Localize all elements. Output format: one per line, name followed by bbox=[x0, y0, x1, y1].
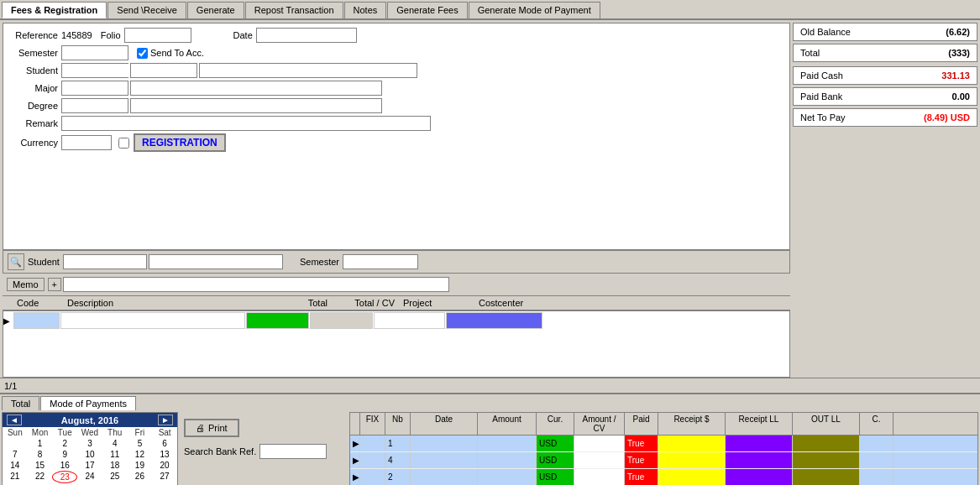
degree-input2[interactable] bbox=[130, 98, 382, 113]
cell-costcenter[interactable] bbox=[446, 312, 542, 329]
memo-button[interactable]: Memo bbox=[7, 278, 45, 291]
calendar-day[interactable]: 22 bbox=[28, 471, 53, 483]
cell-total[interactable] bbox=[246, 312, 309, 329]
calendar-day[interactable]: 9 bbox=[52, 449, 77, 460]
pg-arrow: ▶ bbox=[350, 435, 360, 451]
pg-cell-paid: True bbox=[625, 435, 658, 451]
table-row[interactable]: ▶ 1 USD True bbox=[350, 435, 977, 452]
calendar-day[interactable]: 5 bbox=[128, 438, 153, 449]
grid-col-desc: Description bbox=[67, 298, 269, 308]
calendar-day[interactable]: 21 bbox=[3, 471, 28, 483]
tab-generate-mode[interactable]: Generate Mode of Payment bbox=[469, 2, 600, 18]
major-input1[interactable] bbox=[61, 81, 128, 96]
calendar-day[interactable]: 8 bbox=[28, 449, 53, 460]
cell-code[interactable] bbox=[13, 312, 60, 329]
calendar-day[interactable]: 11 bbox=[102, 449, 128, 460]
net-to-pay-value: (8.49) USD bbox=[924, 112, 970, 123]
major-label: Major bbox=[8, 83, 58, 93]
calendar-day[interactable]: 2 bbox=[52, 438, 77, 449]
total-label: Total bbox=[800, 48, 820, 58]
tab-generate-fees[interactable]: Generate Fees bbox=[387, 2, 467, 18]
memo-plus-button[interactable]: + bbox=[48, 278, 61, 291]
cell-project[interactable] bbox=[374, 312, 445, 329]
calendar-day[interactable]: 19 bbox=[128, 460, 153, 471]
calendar-day[interactable]: 4 bbox=[102, 438, 128, 449]
student-extra-input[interactable] bbox=[199, 63, 417, 78]
calendar-day[interactable]: 3 bbox=[77, 438, 102, 449]
cal-prev-button[interactable]: ◄ bbox=[7, 415, 22, 425]
pg-cell-amount bbox=[478, 452, 537, 468]
search-icon[interactable]: 🔍 bbox=[8, 253, 24, 270]
semester-input[interactable] bbox=[61, 45, 128, 60]
search-semester-input[interactable]: SUMMER2012 bbox=[343, 254, 418, 269]
calendar-day[interactable]: 12 bbox=[128, 449, 153, 460]
date-input[interactable] bbox=[256, 28, 357, 43]
grid-col-costcenter: Costcenter bbox=[479, 298, 579, 308]
calendar-day[interactable]: 6 bbox=[152, 438, 177, 449]
tab-repost[interactable]: Repost Transaction bbox=[245, 2, 343, 18]
calendar-day[interactable]: 13 bbox=[152, 449, 177, 460]
calendar-day[interactable]: 25 bbox=[102, 471, 128, 483]
bottom-tab-bar: Total Mode of Payments bbox=[0, 394, 980, 410]
calendar-header: ◄ August, 2016 ► bbox=[3, 413, 177, 427]
tab-send-receive[interactable]: Send \Receive bbox=[107, 2, 186, 18]
calendar-day[interactable]: 15 bbox=[28, 460, 53, 471]
folio-input[interactable] bbox=[124, 28, 191, 43]
calendar-day[interactable]: 1 bbox=[28, 438, 53, 449]
table-row[interactable]: ▶ 2 USD True bbox=[350, 469, 977, 485]
pg-arrow: ▶ bbox=[350, 452, 360, 468]
calendar-day[interactable]: 24 bbox=[77, 471, 102, 483]
main-content: Reference 145889 Folio Date Semester Sen… bbox=[0, 20, 980, 378]
calendar-day[interactable]: 17 bbox=[77, 460, 102, 471]
major-input2[interactable] bbox=[130, 81, 382, 96]
calendar-day[interactable]: 14 bbox=[3, 460, 28, 471]
registration-button[interactable]: REGISTRATION bbox=[134, 133, 226, 152]
calendar-day[interactable]: 23 bbox=[52, 471, 77, 483]
pg-header-ca: C. bbox=[860, 413, 894, 435]
bottom-tab-mode-of-payments[interactable]: Mode of Payments bbox=[40, 396, 136, 410]
currency-input[interactable]: USD bbox=[61, 135, 112, 150]
registration-checkbox[interactable] bbox=[118, 138, 129, 149]
print-btn-label: Print bbox=[208, 423, 228, 433]
cell-totalcv[interactable] bbox=[310, 312, 373, 329]
pg-cell-cur: USD bbox=[537, 469, 574, 485]
date-label: Date bbox=[233, 30, 253, 40]
cal-next-button[interactable]: ► bbox=[158, 415, 173, 425]
pg-header-outll: OUT LL bbox=[793, 413, 860, 435]
cal-day-fri: Fri bbox=[128, 427, 153, 438]
pg-cell-ca bbox=[860, 469, 894, 485]
search-student-input[interactable] bbox=[63, 254, 147, 269]
print-button[interactable]: 🖨 Print bbox=[184, 419, 239, 437]
pg-cell-nb: 2 bbox=[385, 469, 411, 485]
form-row-degree: Degree bbox=[8, 98, 785, 113]
bank-ref-label: Search Bank Ref. bbox=[184, 446, 256, 456]
tab-fees-registration[interactable]: Fees & Registration bbox=[2, 2, 107, 18]
send-to-acc-checkbox[interactable] bbox=[137, 48, 148, 59]
calendar-day[interactable]: 10 bbox=[77, 449, 102, 460]
tab-generate[interactable]: Generate bbox=[187, 2, 244, 18]
grid-header: Code Description Total Total / CV Projec… bbox=[3, 295, 790, 310]
calendar-day[interactable]: 7 bbox=[3, 449, 28, 460]
paid-bank-value: 0.00 bbox=[952, 91, 970, 102]
table-row[interactable]: ▶ 4 USD True bbox=[350, 452, 977, 469]
search-student-input2[interactable] bbox=[149, 254, 283, 269]
degree-input1[interactable] bbox=[61, 98, 128, 113]
cell-desc[interactable] bbox=[60, 312, 245, 329]
calendar-day[interactable]: 26 bbox=[128, 471, 153, 483]
memo-text-box[interactable] bbox=[63, 277, 449, 292]
pg-cell-date bbox=[411, 435, 478, 451]
paid-cash-value: 331.13 bbox=[941, 70, 970, 81]
bottom-tab-total[interactable]: Total bbox=[2, 396, 39, 410]
calendar-day[interactable]: 18 bbox=[102, 460, 128, 471]
calendar-day[interactable]: 16 bbox=[52, 460, 77, 471]
student-id-input[interactable] bbox=[61, 63, 128, 78]
pg-cell-date bbox=[411, 452, 478, 468]
tab-notes[interactable]: Notes bbox=[344, 2, 387, 18]
pg-cell-receiptll bbox=[726, 452, 793, 468]
student-name-input[interactable] bbox=[130, 63, 197, 78]
bank-ref-input[interactable] bbox=[259, 444, 327, 459]
calendar-day[interactable]: 20 bbox=[152, 460, 177, 471]
remark-input[interactable] bbox=[61, 116, 431, 131]
payment-grid-header: FIX Nb Date Amount Cur. Amount / CV Paid… bbox=[350, 413, 977, 435]
calendar-day[interactable]: 27 bbox=[152, 471, 177, 483]
